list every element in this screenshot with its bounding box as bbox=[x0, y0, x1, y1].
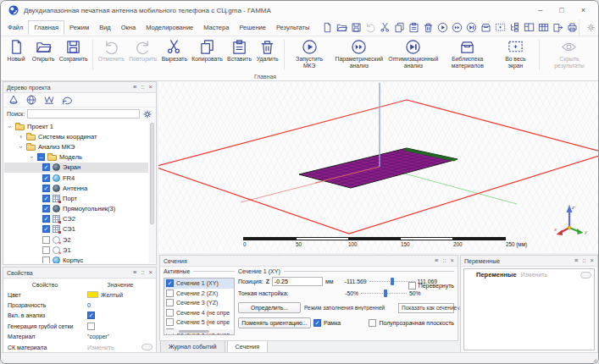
tree-expander-icon[interactable] bbox=[28, 155, 36, 161]
tree-row[interactable]: СЭ2 bbox=[4, 214, 148, 224]
ribbon-button[interactable]: Открыть bbox=[30, 38, 57, 63]
ribbon-button[interactable] bbox=[284, 40, 285, 70]
panel-close-icon[interactable]: × bbox=[451, 257, 454, 264]
tree-scrollbar[interactable] bbox=[149, 121, 155, 263]
panel-menu-icon[interactable]: ≡ bbox=[574, 257, 578, 264]
bottom-tab[interactable]: Журнал событий bbox=[160, 341, 225, 353]
quick-icon[interactable] bbox=[393, 21, 406, 34]
menu-item[interactable]: Моделирование bbox=[141, 21, 198, 34]
quick-icon[interactable] bbox=[350, 21, 363, 34]
ribbon-button[interactable]: Копировать bbox=[190, 38, 225, 63]
fill-mode-dropdown[interactable]: Показать как сечение ∨ bbox=[398, 303, 454, 313]
section-list-item[interactable]: Сечение 1 (XY) bbox=[164, 279, 234, 289]
tree-row[interactable]: Корпус bbox=[4, 255, 148, 263]
panel-dock-icon[interactable]: :: bbox=[582, 257, 585, 264]
panel-close-icon[interactable]: × bbox=[591, 257, 594, 264]
ribbon-button[interactable] bbox=[92, 40, 93, 70]
menu-item[interactable]: Файл bbox=[3, 21, 28, 34]
quick-icon[interactable] bbox=[508, 21, 521, 34]
quick-icon[interactable] bbox=[321, 21, 334, 34]
section-checkbox[interactable] bbox=[166, 279, 174, 287]
tree-row[interactable]: Анализ МКЭ bbox=[4, 141, 148, 152]
quick-icon[interactable] bbox=[480, 21, 492, 34]
property-checkbox[interactable] bbox=[87, 312, 95, 319]
define-button[interactable]: Определить... bbox=[238, 302, 301, 313]
ribbon-button[interactable]: Во весь экран bbox=[495, 38, 536, 70]
orientation-triad[interactable]: z x y bbox=[553, 205, 588, 235]
tree-row[interactable]: Проект 1 bbox=[4, 121, 148, 131]
menu-item[interactable]: Режим bbox=[64, 21, 94, 34]
variables-edit-action[interactable]: Изменить bbox=[521, 272, 548, 278]
panel-close-icon[interactable]: × bbox=[149, 84, 153, 91]
menu-item[interactable]: Вид bbox=[94, 21, 116, 34]
menu-item[interactable]: Главная bbox=[28, 20, 64, 35]
tree-checkbox[interactable] bbox=[42, 195, 50, 202]
tree-checkbox[interactable] bbox=[42, 236, 50, 244]
section-list-item[interactable]: Сечение 4 (не опре bbox=[164, 308, 234, 318]
ribbon-button[interactable]: Повторить bbox=[127, 38, 159, 63]
tree-row[interactable]: Экран bbox=[4, 163, 148, 173]
quick-icon[interactable] bbox=[552, 21, 564, 34]
position-input[interactable] bbox=[272, 277, 323, 286]
tree-row[interactable]: Э1 bbox=[4, 245, 148, 255]
ribbon-button[interactable]: Сохранить bbox=[57, 38, 90, 63]
resize-grip[interactable]: ◢ bbox=[592, 356, 596, 362]
view-rotate-icon[interactable] bbox=[61, 94, 73, 106]
view-cone-icon[interactable] bbox=[8, 94, 19, 106]
quick-icon[interactable] bbox=[523, 21, 535, 34]
quick-icon[interactable] bbox=[537, 21, 550, 34]
sections-hscroll-thumb[interactable] bbox=[179, 330, 209, 333]
panel-menu-icon[interactable]: ≡ bbox=[133, 84, 136, 91]
view-mesh-icon[interactable] bbox=[43, 94, 55, 106]
section-checkbox[interactable] bbox=[166, 290, 174, 297]
tree-checkbox[interactable] bbox=[42, 185, 50, 192]
tree-expander-icon[interactable] bbox=[6, 124, 14, 130]
frame-checkbox[interactable] bbox=[313, 319, 321, 327]
tree-checkbox[interactable] bbox=[42, 163, 50, 171]
tree-checkbox[interactable] bbox=[37, 153, 45, 161]
tree-row[interactable]: Прямоугольник(3) bbox=[4, 204, 148, 214]
view-globe-icon[interactable] bbox=[25, 94, 37, 106]
orientation-button[interactable]: Поменять ориентацию... bbox=[238, 317, 311, 328]
sections-hscrollbar[interactable] bbox=[165, 329, 233, 334]
tree-checkbox[interactable] bbox=[42, 225, 50, 233]
variables-edit-button[interactable] bbox=[580, 272, 591, 279]
tree-checkbox[interactable] bbox=[42, 205, 50, 212]
quick-icon[interactable] bbox=[566, 21, 579, 34]
section-checkbox[interactable] bbox=[166, 309, 174, 317]
panel-close-icon[interactable]: × bbox=[149, 269, 153, 276]
section-checkbox[interactable] bbox=[166, 318, 174, 326]
position-slider-thumb[interactable] bbox=[391, 278, 394, 285]
color-swatch[interactable] bbox=[87, 291, 98, 298]
bottom-tab[interactable]: Сечения bbox=[227, 341, 269, 353]
ribbon-button[interactable]: Вставить bbox=[225, 38, 253, 63]
quick-icon[interactable] bbox=[379, 21, 391, 34]
menu-item[interactable]: Решение bbox=[234, 21, 271, 34]
quick-icon[interactable] bbox=[408, 21, 420, 34]
search-input[interactable] bbox=[27, 109, 140, 119]
menu-item[interactable]: Окна bbox=[116, 21, 141, 34]
section-list-item[interactable]: Сечение 3 (YZ) bbox=[164, 298, 234, 308]
ribbon-button[interactable]: Скрыть результаты bbox=[542, 38, 596, 70]
tree-row[interactable]: Порт bbox=[4, 193, 148, 203]
property-edit-button[interactable] bbox=[141, 344, 153, 350]
quick-icon[interactable] bbox=[436, 21, 449, 34]
quick-icon[interactable] bbox=[451, 21, 463, 34]
maximize-button[interactable]: □ bbox=[559, 6, 563, 14]
section-list-item[interactable]: Сечение 2 (ZX) bbox=[164, 289, 234, 299]
search-settings-icon[interactable] bbox=[142, 109, 153, 119]
tree-checkbox[interactable] bbox=[42, 215, 50, 223]
tree-checkbox[interactable] bbox=[42, 246, 50, 254]
tree-row[interactable]: Антенна bbox=[4, 183, 148, 193]
panel-dock-icon[interactable]: :: bbox=[141, 84, 144, 91]
panel-dock-icon[interactable]: :: bbox=[141, 269, 144, 276]
ribbon-button[interactable]: Параметрический анализ bbox=[332, 38, 386, 70]
quick-icon[interactable] bbox=[364, 21, 377, 34]
ribbon-button[interactable]: Вырезать bbox=[159, 38, 190, 63]
flip-checkbox[interactable] bbox=[408, 282, 416, 290]
tree-row[interactable]: СЭ1 bbox=[4, 224, 148, 234]
tree-row[interactable]: FR4 bbox=[4, 173, 148, 183]
close-button[interactable]: × bbox=[581, 6, 585, 14]
tree-checkbox[interactable] bbox=[42, 256, 50, 263]
tree-row[interactable]: Системы координат bbox=[4, 131, 148, 141]
